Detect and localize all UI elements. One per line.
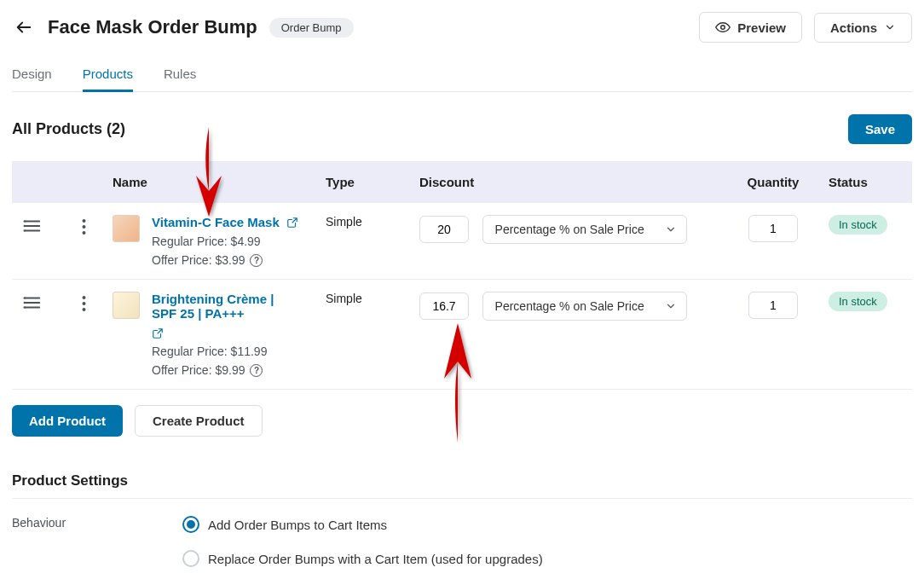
behaviour-option-add[interactable]: Add Order Bumps to Cart Items bbox=[182, 516, 543, 533]
preview-label: Preview bbox=[737, 20, 786, 35]
svg-point-4 bbox=[24, 220, 26, 223]
preview-button[interactable]: Preview bbox=[699, 12, 802, 43]
regular-price: Regular Price: $4.99 bbox=[152, 234, 298, 248]
drag-handle-icon[interactable] bbox=[20, 215, 44, 234]
svg-point-15 bbox=[24, 306, 26, 309]
table-actions: Add Product Create Product bbox=[12, 405, 912, 437]
actions-label: Actions bbox=[830, 20, 877, 35]
offer-price: Offer Price: $3.99 bbox=[152, 253, 245, 267]
svg-point-6 bbox=[24, 229, 26, 232]
col-status: Status bbox=[820, 161, 912, 203]
product-thumbnail bbox=[113, 215, 140, 242]
product-type: Simple bbox=[317, 203, 411, 280]
help-icon[interactable]: ? bbox=[250, 254, 263, 267]
quantity-input[interactable] bbox=[748, 292, 798, 319]
col-discount: Discount bbox=[411, 161, 726, 203]
svg-point-5 bbox=[24, 225, 26, 228]
col-name: Name bbox=[104, 161, 317, 203]
behaviour-label: Behaviour bbox=[12, 516, 148, 567]
radio-icon bbox=[182, 516, 199, 533]
eye-icon bbox=[715, 20, 731, 35]
product-link[interactable]: Vitamin-C Face Mask bbox=[152, 215, 298, 229]
option-label: Replace Order Bumps with a Cart Item (us… bbox=[208, 552, 543, 566]
product-name: Brightening Crème | SPF 25 | PA+++ bbox=[152, 292, 301, 321]
tab-products[interactable]: Products bbox=[83, 61, 133, 91]
products-table: Name Type Discount Quantity Status bbox=[12, 161, 912, 390]
behaviour-row: Behaviour Add Order Bumps to Cart Items … bbox=[12, 516, 912, 567]
svg-point-17 bbox=[82, 302, 85, 305]
col-type: Type bbox=[317, 161, 411, 203]
type-badge: Order Bump bbox=[269, 18, 354, 38]
actions-dropdown[interactable]: Actions bbox=[814, 13, 912, 43]
page-title: Face Mask Order Bump bbox=[48, 16, 257, 38]
drag-handle-icon[interactable] bbox=[20, 292, 44, 310]
products-heading-row: All Products (2) Save bbox=[12, 114, 912, 144]
create-product-button[interactable]: Create Product bbox=[135, 405, 263, 437]
discount-input[interactable] bbox=[419, 292, 469, 320]
svg-point-8 bbox=[82, 225, 85, 229]
col-quantity: Quantity bbox=[726, 161, 820, 203]
offer-price: Offer Price: $9.99 bbox=[152, 363, 245, 377]
svg-point-18 bbox=[82, 308, 85, 311]
svg-point-16 bbox=[82, 296, 85, 299]
product-thumbnail bbox=[113, 292, 140, 319]
product-type: Simple bbox=[317, 280, 411, 390]
add-product-button[interactable]: Add Product bbox=[12, 405, 123, 437]
table-header-row: Name Type Discount Quantity Status bbox=[12, 161, 912, 203]
back-button[interactable] bbox=[12, 15, 36, 39]
option-label: Add Order Bumps to Cart Items bbox=[208, 518, 387, 532]
svg-point-0 bbox=[721, 26, 725, 30]
discount-input[interactable] bbox=[419, 216, 469, 243]
discount-type-select[interactable]: Percentage % on Sale Price bbox=[482, 215, 687, 244]
status-badge: In stock bbox=[829, 292, 887, 311]
tab-design[interactable]: Design bbox=[12, 61, 52, 91]
row-menu-button[interactable] bbox=[72, 215, 95, 235]
arrow-left-icon bbox=[14, 18, 33, 37]
product-name: Vitamin-C Face Mask bbox=[152, 215, 280, 229]
table-row: Vitamin-C Face Mask Regular Price: $4.99… bbox=[12, 203, 912, 280]
tab-rules[interactable]: Rules bbox=[164, 61, 196, 91]
table-row: Brightening Crème | SPF 25 | PA+++ Regul… bbox=[12, 280, 912, 390]
external-link-icon bbox=[152, 327, 164, 339]
product-link[interactable]: Brightening Crème | SPF 25 | PA+++ bbox=[152, 292, 301, 339]
radio-icon bbox=[182, 550, 199, 567]
behaviour-option-replace[interactable]: Replace Order Bumps with a Cart Item (us… bbox=[182, 550, 543, 567]
products-heading: All Products (2) bbox=[12, 120, 125, 138]
svg-point-7 bbox=[82, 219, 85, 223]
header: Face Mask Order Bump Order Bump Preview … bbox=[12, 12, 912, 43]
status-badge: In stock bbox=[829, 215, 887, 234]
discount-type-select[interactable]: Percentage % on Sale Price bbox=[482, 292, 687, 321]
row-menu-button[interactable] bbox=[72, 292, 95, 312]
svg-point-9 bbox=[82, 231, 85, 234]
svg-point-14 bbox=[24, 302, 26, 304]
external-link-icon bbox=[286, 217, 298, 229]
chevron-down-icon bbox=[884, 21, 896, 33]
settings-heading: Product Settings bbox=[12, 472, 912, 499]
tabs: Design Products Rules bbox=[12, 61, 912, 92]
help-icon[interactable]: ? bbox=[250, 364, 263, 377]
regular-price: Regular Price: $11.99 bbox=[152, 345, 301, 358]
svg-point-13 bbox=[24, 297, 26, 299]
save-button[interactable]: Save bbox=[848, 114, 912, 144]
quantity-input[interactable] bbox=[748, 215, 798, 242]
